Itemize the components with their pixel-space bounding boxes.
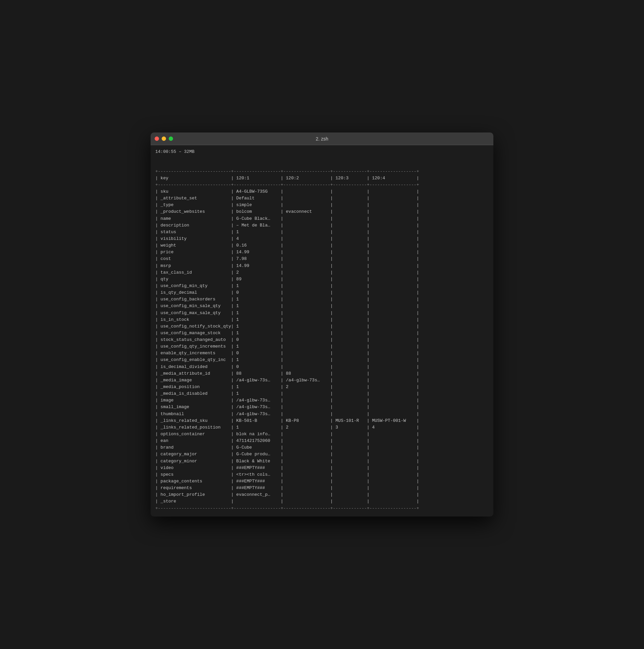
close-button[interactable]	[155, 136, 159, 141]
maximize-button[interactable]	[169, 136, 173, 141]
table-line: | status | 1 | | | |	[155, 229, 489, 235]
window-title: 2. zsh	[316, 136, 328, 141]
table-line: | use_config_max_sale_qty | 1 | | | |	[155, 310, 489, 316]
table-line: | _attribute_set | Default | | | |	[155, 195, 489, 202]
table-line: | name | G-Cube Black… | | | |	[155, 215, 489, 222]
table-line: | _media_attribute_id | 88 | 88 | | |	[155, 370, 489, 377]
table-line: | key | 120:1 | 120:2 | 120:3 | 120:4 |	[155, 175, 489, 182]
table-line: +----------------------------+----------…	[155, 182, 489, 188]
table-line: | brand | G-Cube | | | |	[155, 444, 489, 451]
table-line: | use_config_notify_stock_qty| 1 | | | |	[155, 323, 489, 330]
table-line: | visibility | 4 | | | |	[155, 235, 489, 242]
table-line: | video | ###EMPTY### | | | |	[155, 465, 489, 471]
table-line: | use_config_backorders | 1 | | | |	[155, 296, 489, 303]
table-line: | price | 14.99 | | | |	[155, 249, 489, 256]
table-line: +----------------------------+----------…	[155, 505, 489, 512]
table-line: | is_in_stock | 1 | | | |	[155, 316, 489, 323]
titlebar: 2. zsh	[151, 132, 493, 145]
table-line: | category_minor | Black & White | | | |	[155, 458, 489, 465]
table-line: | use_config_qty_increments | 1 | | | |	[155, 343, 489, 350]
table-line: | _type | simple | | | |	[155, 202, 489, 208]
terminal-body: 14:00:55 – 32MB +-----------------------…	[151, 145, 493, 516]
table-line: | tax_class_id | 2 | | | |	[155, 269, 489, 276]
table-line: | _links_related_sku | KB-501-B | KB-P8 …	[155, 418, 489, 424]
table-line: | package_contents | ###EMPTY### | | | |	[155, 478, 489, 485]
traffic-lights[interactable]	[155, 136, 173, 141]
table-line: | stock_status_changed_auto | 0 | | | |	[155, 337, 489, 343]
table-line: | _links_related_position | 1 | 2 | 3 | …	[155, 424, 489, 431]
table-line: | use_config_min_sale_qty | 1 | | | |	[155, 303, 489, 309]
table-line: | image | /a4-glbw-73s… | | | |	[155, 397, 489, 404]
table-line: | requirements | ###EMPTY### | | | |	[155, 485, 489, 491]
table-line: | use_config_manage_stock | 1 | | | |	[155, 330, 489, 337]
minimize-button[interactable]	[162, 136, 166, 141]
table-line: | enable_qty_increments | 0 | | | |	[155, 350, 489, 357]
table-line: | description | – Met de Bla… | | | |	[155, 222, 489, 229]
table-line: | weight | 0.16 | | | |	[155, 242, 489, 249]
table-line: | small_image | /a4-glbw-73s… | | | |	[155, 404, 489, 410]
status-line: 14:00:55 – 32MB	[155, 149, 195, 154]
table-line: | ho_import_profile | evaconnect_p… | | …	[155, 491, 489, 498]
table-line: | category_major | G-Cube produ… | | | |	[155, 451, 489, 458]
table-line: | _media_position | 1 | 2 | | |	[155, 384, 489, 390]
table-line: | qty | 89 | | | |	[155, 276, 489, 283]
table-line: +----------------------------+----------…	[155, 168, 489, 175]
table-line: | thumbnail | /a4-glbw-73s… | | | |	[155, 411, 489, 418]
table-container: +----------------------------+----------…	[155, 155, 489, 512]
table-line: | sku | A4-GLBW-73SG | | | |	[155, 188, 489, 195]
table-line: | _media_image | /a4-glbw-73s… | /a4-glb…	[155, 377, 489, 384]
table-line: | _store | | | | |	[155, 498, 489, 505]
table-line: | specs | <tr><th cols… | | | |	[155, 471, 489, 478]
table-line: | is_qty_decimal | 0 | | | |	[155, 289, 489, 296]
table-line: | ean | 4711421752060 | | | |	[155, 438, 489, 444]
table-line: | msrp | 14.99 | | | |	[155, 263, 489, 269]
table-line: | use_config_min_qty | 1 | | | |	[155, 283, 489, 289]
table-line: | is_decimal_divided | 0 | | | |	[155, 364, 489, 370]
table-line: | options_container | blok na info… | | …	[155, 431, 489, 438]
terminal-window: 2. zsh 14:00:55 – 32MB +----------------…	[151, 132, 493, 516]
table-line: | _product_websites | bolcom | evaconnec…	[155, 208, 489, 215]
table-line: | cost | 7.98 | | | |	[155, 256, 489, 262]
table-line: | _media_is_disabled | 1 | | | |	[155, 390, 489, 397]
table-line: | use_config_enable_qty_inc | 1 | | | |	[155, 357, 489, 363]
